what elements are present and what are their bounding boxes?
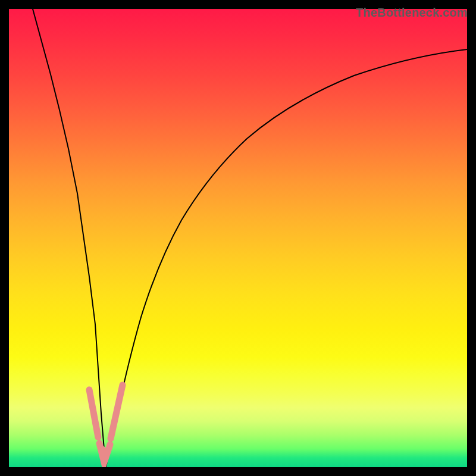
curve-right-branch [106, 49, 467, 467]
marker-v-line [99, 443, 110, 462]
bottleneck-curve [9, 9, 467, 467]
curve-left-branch [33, 9, 106, 467]
marker-left-line [89, 390, 98, 437]
plot-area [9, 9, 467, 467]
marker-cluster [89, 385, 123, 462]
chart-frame: TheBottleneck.com [0, 0, 476, 476]
watermark-text: TheBottleneck.com [356, 6, 468, 20]
marker-right-line [111, 385, 123, 439]
marker-dot [100, 446, 106, 452]
